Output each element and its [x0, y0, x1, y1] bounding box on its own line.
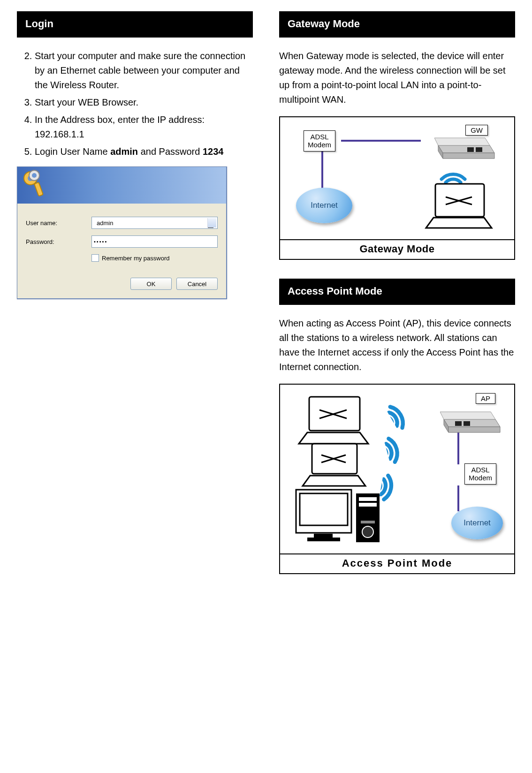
desktop-icon [293, 487, 387, 548]
login-dialog: User name: admin Password: ••••• [17, 167, 227, 299]
remember-checkbox[interactable] [91, 254, 99, 262]
svg-rect-36 [314, 534, 333, 538]
gateway-description: When Gateway mode is selected, the devic… [279, 49, 515, 107]
laptop-icon [421, 181, 495, 233]
svg-rect-41 [361, 521, 375, 523]
svg-marker-17 [426, 218, 492, 228]
ap-label: AP [476, 393, 495, 404]
svg-rect-35 [300, 493, 348, 525]
svg-marker-8 [438, 145, 494, 153]
adsl-modem-label: ADSL Modem [464, 463, 496, 485]
svg-rect-39 [359, 497, 377, 501]
svg-rect-37 [307, 538, 340, 541]
gateway-heading: Gateway Mode [279, 11, 515, 38]
ap-description: When acting as Access Point (AP), this d… [279, 316, 515, 374]
login-step: Login User Name admin and Password 1234 [35, 144, 253, 159]
internet-bubble: Internet [451, 507, 503, 539]
adsl-modem-label: ADSL Modem [304, 130, 335, 152]
svg-marker-23 [440, 412, 495, 419]
ap-heading: Access Point Mode [279, 279, 515, 305]
login-step: In the Address box, enter the IP address… [35, 113, 253, 142]
login-step: Start your computer and make sure the co… [35, 49, 253, 92]
cancel-button[interactable]: Cancel [176, 278, 218, 290]
laptop-icon [299, 441, 368, 490]
internet-label: Internet [311, 201, 338, 210]
user-icon [207, 221, 214, 228]
svg-marker-10 [443, 153, 494, 159]
ap-caption: Access Point Mode [280, 553, 514, 573]
svg-point-5 [209, 222, 212, 225]
login-heading: Login [17, 11, 253, 38]
svg-marker-11 [434, 138, 490, 145]
svg-rect-13 [476, 147, 482, 152]
svg-rect-24 [455, 421, 462, 426]
chevron-down-icon [211, 221, 214, 225]
gw-label: GW [465, 125, 488, 136]
laptop-icon [294, 394, 372, 448]
dialog-banner [17, 167, 226, 204]
ap-diagram: AP ADSL Modem Internet [279, 384, 515, 574]
password-input[interactable]: ••••• [91, 235, 218, 248]
login-steps: Start your computer and make sure the co… [17, 49, 253, 159]
svg-rect-2 [34, 182, 43, 197]
username-input[interactable]: admin [91, 217, 218, 229]
svg-marker-33 [303, 476, 365, 486]
password-value: ••••• [94, 239, 107, 244]
svg-marker-22 [448, 427, 500, 432]
internet-bubble: Internet [296, 188, 352, 223]
remember-label: Remember my password [102, 255, 170, 262]
wifi-icon [439, 160, 467, 184]
svg-point-42 [362, 526, 373, 538]
svg-rect-25 [464, 421, 470, 426]
svg-rect-40 [359, 503, 377, 507]
ok-button[interactable]: OK [130, 278, 172, 290]
keys-icon [20, 168, 50, 202]
gateway-caption: Gateway Mode [280, 239, 514, 259]
gateway-diagram: ADSL Modem GW [279, 116, 515, 260]
login-step: Start your WEB Browser. [35, 95, 253, 110]
svg-point-4 [32, 173, 37, 178]
router-icon [440, 401, 501, 434]
username-label: User name: [26, 220, 91, 227]
svg-marker-20 [444, 419, 500, 427]
internet-label: Internet [464, 518, 491, 528]
svg-rect-12 [467, 147, 474, 152]
password-label: Password: [26, 238, 91, 245]
username-value: admin [97, 220, 113, 227]
